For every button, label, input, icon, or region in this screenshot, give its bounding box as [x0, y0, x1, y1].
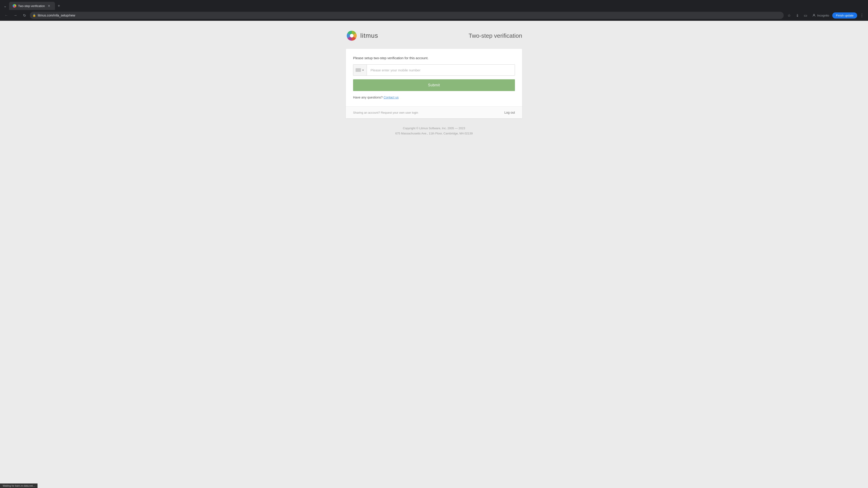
svg-point-1: [350, 34, 353, 37]
sharing-text: Sharing an account? Request your own use…: [353, 111, 418, 114]
phone-input-row: ▼: [353, 64, 515, 76]
tab-title: Two-step verification: [18, 4, 45, 8]
incognito-button[interactable]: Incognito: [810, 13, 831, 18]
page-header: litmus Two-step verification: [346, 30, 522, 41]
status-bar: Waiting for bam.nr-data.net...: [0, 484, 37, 488]
logo-text: litmus: [360, 32, 378, 39]
browser-chrome: ⌄ Two-step verification ✕ + ← → ↻ 🔒 litm…: [0, 0, 868, 21]
page-content: litmus Two-step verification Please setu…: [0, 21, 868, 488]
contact-us-link[interactable]: Contact us: [383, 96, 399, 99]
lock-icon: 🔒: [33, 14, 36, 17]
url-display: litmus.com/mfa_setup/new: [38, 13, 781, 17]
phone-input[interactable]: [367, 65, 515, 75]
chevron-down-icon: ▼: [362, 69, 364, 71]
page-footer: Copyright © Litmus Software, Inc. 2005 —…: [346, 119, 522, 143]
forward-button[interactable]: →: [12, 12, 19, 19]
active-tab[interactable]: Two-step verification ✕: [9, 2, 55, 10]
bookmark-button[interactable]: ☆: [785, 12, 793, 19]
toolbar-right: ☆ ⇓ ▭ Incognito Finish update ⋮: [785, 12, 865, 19]
status-text: Waiting for bam.nr-data.net...: [3, 484, 35, 487]
tab-favicon: [13, 4, 16, 8]
page-title: Two-step verification: [469, 32, 522, 39]
logo-area: litmus: [346, 30, 378, 41]
menu-button[interactable]: ⋮: [858, 12, 865, 19]
form-body: Please setup two-step verification for t…: [346, 49, 522, 106]
address-bar[interactable]: 🔒 litmus.com/mfa_setup/new: [30, 12, 784, 19]
form-description: Please setup two-step verification for t…: [353, 56, 515, 60]
tab-close-button[interactable]: ✕: [47, 4, 51, 8]
back-button[interactable]: ←: [3, 12, 10, 19]
main-container: litmus Two-step verification Please setu…: [341, 21, 527, 153]
flag-icon: [355, 68, 361, 72]
finish-update-button[interactable]: Finish update: [832, 12, 857, 19]
country-selector[interactable]: ▼: [353, 65, 367, 75]
copyright-text: Copyright © Litmus Software, Inc. 2005 —…: [350, 126, 518, 131]
tab-list-button[interactable]: ⌄: [2, 3, 8, 9]
litmus-logo-icon: [346, 30, 358, 41]
logout-link[interactable]: Log out: [504, 111, 515, 114]
help-text: Have any questions? Contact us: [353, 96, 515, 99]
reload-button[interactable]: ↻: [21, 12, 28, 19]
omnibox-bar: ← → ↻ 🔒 litmus.com/mfa_setup/new ☆ ⇓ ▭ I…: [0, 10, 868, 21]
new-tab-button[interactable]: +: [56, 3, 62, 9]
download-button[interactable]: ⇓: [794, 12, 801, 19]
form-card: Please setup two-step verification for t…: [346, 49, 522, 119]
svg-point-0: [813, 14, 815, 15]
form-footer: Sharing an account? Request your own use…: [346, 106, 522, 119]
help-question: Have any questions?: [353, 96, 383, 99]
submit-button[interactable]: Submit: [353, 79, 515, 91]
incognito-label: Incognito: [817, 14, 829, 17]
address-text: 675 Massachusetts Ave., 11th Floor, Camb…: [350, 131, 518, 136]
sidebar-button[interactable]: ▭: [802, 12, 809, 19]
tab-bar: ⌄ Two-step verification ✕ +: [0, 0, 868, 10]
